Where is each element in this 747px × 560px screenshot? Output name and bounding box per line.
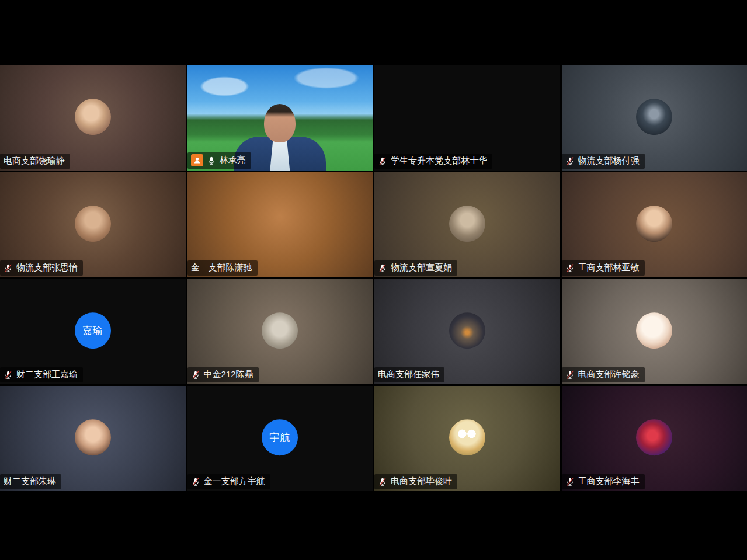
participant-name: 物流支部张思怡 [16,262,78,273]
participant-avatar-photo [75,206,111,242]
participant-name-label: 电商支部饶瑜静 [0,154,70,169]
participant-name-label: 物流支部张思怡 [0,260,83,276]
participant-tile[interactable]: 嘉瑜财二支部王嘉瑜 [0,279,186,384]
participant-name: 电商支部毕俊叶 [391,476,452,487]
participant-name-label: 金一支部方宇航 [187,474,270,489]
participant-name-label: 电商支部任家伟 [374,367,444,382]
participant-tile[interactable]: 物流支部杨付强 [562,65,747,171]
participant-name-label: 金二支部陈潇驰 [187,260,258,276]
participant-tile[interactable]: 财二支部朱琳 [0,386,186,491]
participant-tile[interactable]: 电商支部许铭豪 [562,279,747,384]
participant-name: 物流支部杨付强 [578,155,640,166]
participant-avatar-photo [262,206,298,242]
participant-name: 中金212陈鼎 [204,369,253,380]
host-icon [191,154,203,166]
participant-avatar-photo [449,419,485,455]
participant-avatar-photo [449,206,485,242]
participant-name-label: 中金212陈鼎 [187,367,259,382]
mic-muted-icon [4,370,13,380]
mic-muted-icon [191,370,200,380]
participant-name-label: 财二支部王嘉瑜 [0,367,83,382]
participant-avatar-photo [636,312,672,349]
participant-avatar-photo [75,99,111,135]
participant-tile[interactable]: 宇航金一支部方宇航 [187,386,373,491]
mic-muted-icon [565,370,575,380]
participant-avatar-photo [636,206,672,242]
participant-name-label: 物流支部杨付强 [562,154,645,169]
participant-name: 电商支部任家伟 [378,369,439,380]
participant-avatar-initials: 嘉瑜 [75,312,111,349]
participant-name: 财二支部朱琳 [4,476,56,487]
mic-muted-icon [191,477,200,486]
participant-tile[interactable]: 中金212陈鼎 [187,279,373,384]
participant-name-label: 电商支部毕俊叶 [374,474,457,489]
participant-name: 财二支部王嘉瑜 [16,369,78,380]
participant-name: 学生专升本党支部林士华 [391,155,487,166]
participant-tile[interactable]: 学生专升本党支部林士华 [374,65,560,171]
participant-avatar-photo [449,312,485,349]
participant-tile[interactable]: 电商支部毕俊叶 [374,386,560,491]
participant-name-label: 工商支部林亚敏 [562,260,645,276]
participant-name: 电商支部饶瑜静 [4,155,65,166]
mic-muted-icon [378,156,387,166]
mic-muted-icon [565,156,575,166]
participant-name-label: 财二支部朱琳 [0,474,61,489]
participant-name-label: 电商支部许铭豪 [562,367,645,382]
participant-name-label: 林承亮 [187,152,251,169]
participant-tile[interactable]: 物流支部宣夏娟 [374,172,560,277]
participant-name-label: 学生专升本党支部林士华 [374,154,492,169]
participant-avatar-photo [75,419,111,455]
participant-name: 工商支部林亚敏 [578,262,640,273]
participant-avatar-photo [636,419,672,455]
participant-name: 物流支部宣夏娟 [391,262,452,273]
participant-name: 林承亮 [220,155,246,166]
participant-tile[interactable]: 林承亮 [187,65,373,171]
top-black-bar [0,0,747,65]
mic-muted-icon [378,263,387,273]
participant-avatar-initials: 宇航 [262,419,298,455]
bottom-control-bar: 2/23 [0,491,747,560]
participant-name-label: 工商支部李海丰 [562,474,645,489]
mic-muted-icon [565,477,575,486]
participant-name: 工商支部李海丰 [578,476,640,487]
participant-tile[interactable]: 金二支部陈潇驰 [187,172,373,277]
participant-avatar-photo [262,312,298,349]
participant-tile[interactable]: 电商支部任家伟 [374,279,560,384]
mic-muted-icon [4,263,13,273]
participant-avatar-photo [636,99,672,135]
participant-name: 金二支部陈潇驰 [191,262,252,273]
mic-muted-icon [378,477,387,486]
mic-on-icon [207,156,216,165]
participant-name-label: 物流支部宣夏娟 [374,260,457,276]
mic-muted-icon [565,263,575,273]
participant-tile[interactable]: 物流支部张思怡 [0,172,186,277]
participant-name: 电商支部许铭豪 [578,369,640,380]
participant-name: 金一支部方宇航 [204,476,265,487]
participant-tile[interactable]: 工商支部林亚敏 [562,172,747,277]
participant-grid: 电商支部饶瑜静林承亮学生专升本党支部林士华物流支部杨付强物流支部张思怡金二支部陈… [0,65,747,491]
participant-tile[interactable]: 电商支部饶瑜静 [0,65,186,171]
participant-tile[interactable]: 工商支部李海丰 [562,386,747,491]
